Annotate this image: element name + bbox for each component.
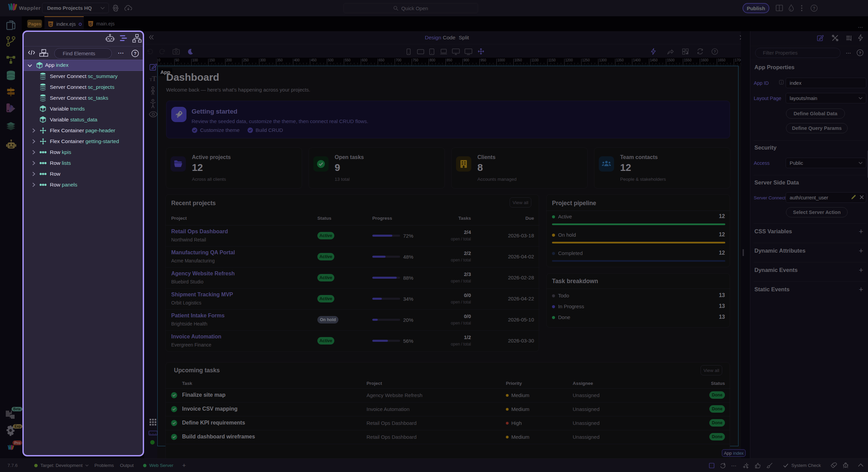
svg-text:?: ? <box>134 51 137 56</box>
